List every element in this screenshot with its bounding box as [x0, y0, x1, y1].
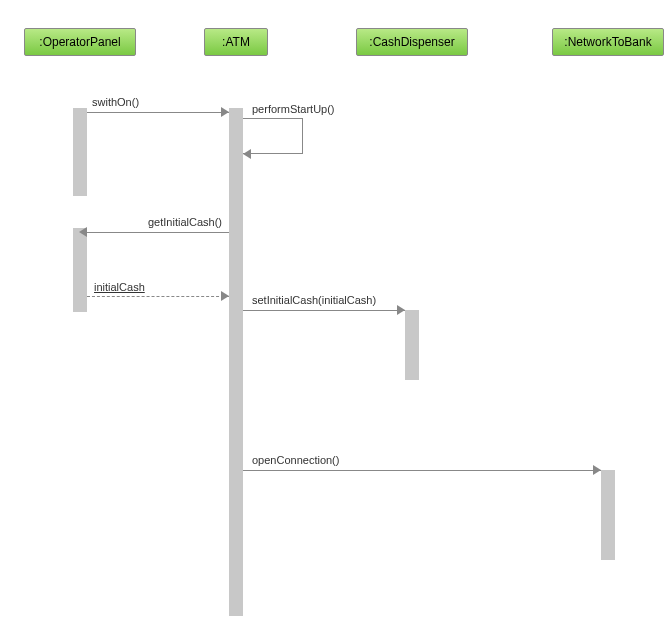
- message-label-get-initial-cash: getInitialCash(): [148, 216, 222, 228]
- arrowhead-icon: [221, 107, 229, 117]
- activation-network-to-bank: [601, 470, 615, 560]
- activation-operator-panel-2: [73, 228, 87, 312]
- lifeline-head-atm: :ATM: [204, 28, 268, 56]
- message-open-connection: [243, 470, 601, 471]
- lifeline-label: :CashDispenser: [369, 35, 454, 49]
- arrowhead-icon: [243, 149, 251, 159]
- lifeline-label: :NetworkToBank: [564, 35, 651, 49]
- arrowhead-icon: [221, 291, 229, 301]
- message-initial-cash-return: [87, 296, 229, 297]
- lifeline-head-operator-panel: :OperatorPanel: [24, 28, 136, 56]
- lifeline-label: :OperatorPanel: [39, 35, 120, 49]
- activation-operator-panel-1: [73, 108, 87, 196]
- message-label-switch-on: swithOn(): [92, 96, 139, 108]
- message-label-set-initial-cash: setInitialCash(initialCash): [252, 294, 376, 306]
- lifeline-head-network-to-bank: :NetworkToBank: [552, 28, 664, 56]
- message-set-initial-cash: [243, 310, 405, 311]
- message-get-initial-cash: [87, 232, 229, 233]
- activation-cash-dispenser: [405, 310, 419, 380]
- activation-atm: [229, 108, 243, 616]
- arrowhead-icon: [397, 305, 405, 315]
- message-label-perform-startup: performStartUp(): [252, 103, 335, 115]
- arrowhead-icon: [79, 227, 87, 237]
- lifeline-label: :ATM: [222, 35, 250, 49]
- message-switch-on: [87, 112, 229, 113]
- message-label-initial-cash: initialCash: [94, 281, 145, 293]
- message-perform-startup: [243, 118, 303, 154]
- arrowhead-icon: [593, 465, 601, 475]
- lifeline-head-cash-dispenser: :CashDispenser: [356, 28, 468, 56]
- message-label-open-connection: openConnection(): [252, 454, 339, 466]
